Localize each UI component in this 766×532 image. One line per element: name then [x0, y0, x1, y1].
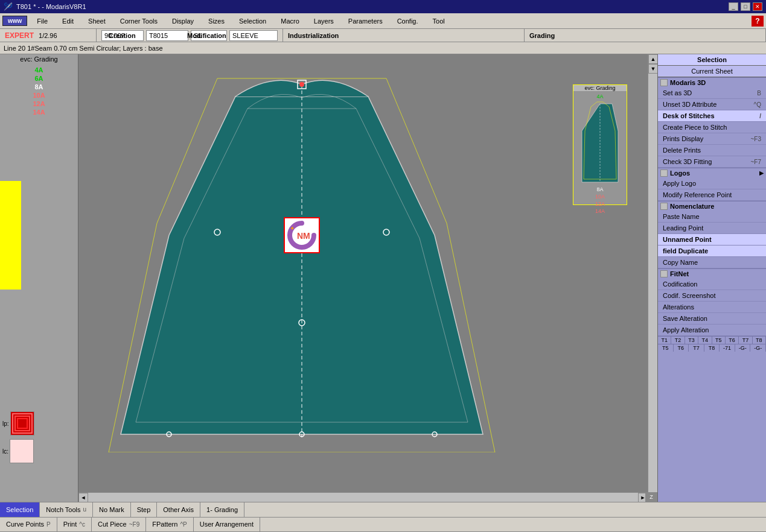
menu-config[interactable]: Config. — [390, 16, 426, 27]
menu-file[interactable]: File — [30, 16, 55, 27]
item-modify-ref-point[interactable]: Modify Reference Point — [658, 189, 766, 201]
www-button[interactable]: www — [2, 16, 27, 26]
section-checkbox[interactable] — [660, 203, 668, 210]
item-apply-alteration[interactable]: Apply Alteration — [658, 325, 766, 336]
help-icon[interactable]: ? — [752, 16, 764, 27]
vertical-scrollbar[interactable]: ▲ ▼ — [648, 54, 657, 502]
section-checkbox[interactable] — [660, 169, 668, 177]
menu-edit[interactable]: Edit — [55, 16, 81, 27]
btn-step[interactable]: Step — [131, 502, 158, 517]
svg-rect-2 — [18, 419, 27, 428]
btn-fpattern[interactable]: FPattern ^P — [146, 518, 194, 532]
item-set-as-3d[interactable]: Set as 3D B — [658, 87, 766, 99]
notch-tools-shortcut: u — [83, 506, 87, 513]
thumb-size-8a: 8A — [596, 186, 603, 192]
item-prints-display[interactable]: Prints Display ~F3 — [658, 133, 766, 145]
item-paste-name[interactable]: Paste Name — [658, 211, 766, 223]
close-button[interactable]: ✕ — [753, 2, 762, 11]
item-label: Save Alteration — [663, 315, 707, 322]
scroll-left-button[interactable]: ◄ — [78, 493, 88, 502]
section-modaris3d: Modaris 3D — [658, 77, 766, 87]
size-10a: 10A — [33, 92, 45, 99]
item-create-piece[interactable]: Create Piece to Stitch — [658, 122, 766, 133]
scroll-down-button[interactable]: ▼ — [648, 64, 657, 74]
menu-layers[interactable]: Layers — [307, 16, 341, 27]
section-nomenclature: Nomenclature — [658, 201, 766, 211]
btn-no-mark[interactable]: No Mark — [93, 502, 131, 517]
section-modaris3d-label: Modaris 3D — [670, 79, 706, 86]
window-controls[interactable]: _ □ ✕ — [729, 2, 762, 11]
section-checkbox[interactable] — [660, 79, 668, 86]
item-delete-prints[interactable]: Delete Prints — [658, 145, 766, 156]
btn-step-label: Step — [137, 506, 151, 513]
menu-corner-tools[interactable]: Corner Tools — [113, 16, 165, 27]
thumb-size-14a: 14A — [595, 208, 605, 214]
btn-curve-points[interactable]: Curve Points P — [0, 518, 57, 532]
item-label: Codif. Screenshot — [663, 292, 715, 299]
size-t6: T6 — [726, 337, 739, 344]
menu-sheet[interactable]: Sheet — [81, 16, 113, 27]
item-field-duplicate[interactable]: field Duplicate — [658, 245, 766, 257]
btn-1-grading[interactable]: 1- Grading — [200, 502, 244, 517]
btn-cut-piece[interactable]: Cut Piece ~F9 — [92, 518, 146, 532]
item-label: Leading Point — [663, 224, 703, 232]
item-codif-screenshot[interactable]: Codif. Screenshot — [658, 290, 766, 302]
section-checkbox[interactable] — [660, 270, 668, 277]
item-leading-point[interactable]: Leading Point — [658, 223, 766, 234]
menu-sizes[interactable]: Sizes — [201, 16, 232, 27]
size-6a: 6A — [34, 75, 43, 82]
curve-points-shortcut: P — [46, 521, 51, 528]
item-apply-logo[interactable]: Apply Logo — [658, 178, 766, 189]
item-check-3d-fitting[interactable]: Check 3D Fitting ~F7 — [658, 156, 766, 168]
item-save-alteration[interactable]: Save Alteration — [658, 313, 766, 325]
size-neg71: -71 — [720, 344, 735, 352]
btn-selection[interactable]: Selection — [0, 502, 40, 517]
titlebar-title-area: 🪡 T801 * - - ModarisV8R1 — [4, 2, 86, 11]
code-input[interactable] — [146, 30, 188, 41]
size-t3: T3 — [685, 337, 698, 344]
section-nomenclature-label: Nomenclature — [670, 203, 714, 210]
grading-thumb-label: evc: Grading — [573, 85, 627, 91]
bottom-row1: Selection Notch Tools u No Mark Step Oth… — [0, 502, 766, 518]
btn-notch-tools[interactable]: Notch Tools u — [40, 502, 93, 517]
item-label: Copy Name — [663, 259, 698, 266]
btn-other-axis[interactable]: Other Axis — [157, 502, 200, 517]
item-copy-name[interactable]: Copy Name — [658, 257, 766, 268]
hscroll-track[interactable] — [88, 493, 638, 502]
section-creation: EXPERT 1/2.96 Creation — [0, 29, 97, 42]
horizontal-scrollbar[interactable]: ◄ ► — [78, 492, 648, 502]
scroll-up-button[interactable]: ▲ — [648, 54, 657, 64]
grading-thumbnail: evc: Grading 4A 8A 10A 12A 14A — [573, 84, 627, 205]
thumb-grading-svg — [579, 101, 621, 185]
left-grading-panel: evc: Grading 4A 6A 8A 10A 12A 14A lp: — [0, 54, 78, 502]
menu-display[interactable]: Display — [165, 16, 201, 27]
item-label: Unnamed Point — [663, 236, 712, 243]
item-alterations[interactable]: Alterations — [658, 302, 766, 313]
item-unnamed-point[interactable]: Unnamed Point — [658, 234, 766, 245]
btn-cut-piece-label: Cut Piece — [98, 521, 127, 528]
titlebar: 🪡 T801 * - - ModarisV8R1 _ □ ✕ — [0, 0, 766, 13]
canvas-area[interactable]: NM ✦ evc: Grading 4A 8A 10A 12A 14A — [78, 54, 657, 502]
size-t8b: T8 — [704, 344, 720, 352]
sleeve-input[interactable] — [229, 30, 278, 41]
item-label: Prints Display — [663, 135, 703, 142]
expert-label: EXPERT — [5, 31, 34, 40]
btn-fpattern-label: FPattern — [152, 521, 177, 528]
menu-selection[interactable]: Selection — [232, 16, 273, 27]
maximize-button[interactable]: □ — [741, 2, 750, 11]
menu-parameters[interactable]: Parameters — [341, 16, 390, 27]
item-desk-of-stitches[interactable]: Desk of Stitches / — [658, 110, 766, 122]
minimize-button[interactable]: _ — [729, 2, 738, 11]
z-indicator: Z — [645, 492, 657, 502]
menu-macro[interactable]: Macro — [273, 16, 307, 27]
btn-user-arrangement[interactable]: User Arrangement — [194, 518, 260, 532]
btn-print[interactable]: Print ^c — [57, 518, 92, 532]
size-t1: T1 — [658, 337, 671, 344]
item-unset-3d[interactable]: Unset 3D Attribute ^Q — [658, 99, 766, 110]
item-codification[interactable]: Codification — [658, 279, 766, 290]
svg-point-8 — [299, 82, 304, 87]
size-t5b: T5 — [658, 344, 674, 352]
menu-tool[interactable]: Tool — [426, 16, 452, 27]
window-title: T801 * - - ModarisV8R1 — [16, 3, 86, 10]
app-icon: 🪡 — [4, 2, 13, 11]
